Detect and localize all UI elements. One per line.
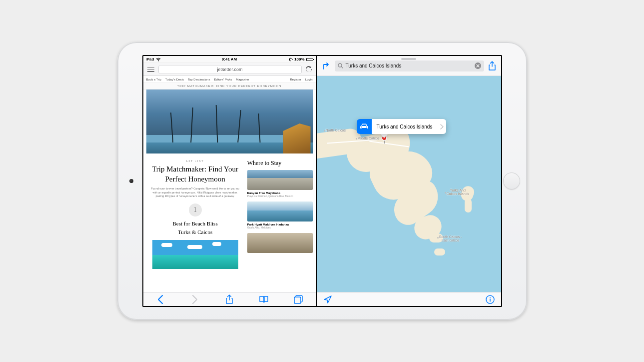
map-canvas[interactable]: North Caicos Middle Caicos Turks And Cai… xyxy=(317,76,501,292)
svg-rect-1 xyxy=(294,297,301,304)
page-content[interactable]: HIT LIST Trip Matchmaker: Find Your Perf… xyxy=(143,90,316,292)
maps-pane: Turks and Caicos Islands xyxy=(317,56,501,306)
maps-share-button[interactable] xyxy=(488,61,496,71)
safari-toolbar xyxy=(143,292,316,306)
map-pin-stem xyxy=(384,140,385,144)
article-lede: Found your forever travel partner? Congr… xyxy=(150,187,240,198)
screen: iPad 9:41 AM 100% jetsetter.com xyxy=(142,55,502,307)
hotel-image xyxy=(247,170,313,190)
slide-over-grabber[interactable] xyxy=(401,58,416,60)
hotel-card[interactable] xyxy=(247,233,313,253)
safari-pane: iPad 9:41 AM 100% jetsetter.com xyxy=(143,56,316,306)
svg-point-4 xyxy=(490,297,491,298)
hit-list-label: HIT LIST xyxy=(146,160,244,162)
safari-address-bar: jetsetter.com xyxy=(143,63,316,76)
svg-point-2 xyxy=(338,64,342,67)
hotel-image xyxy=(247,202,313,222)
car-icon xyxy=(357,119,372,134)
hotel-location: Gaafu Alifu, Maldives xyxy=(247,226,313,229)
hotel-image xyxy=(247,233,313,253)
reload-button[interactable] xyxy=(305,66,313,74)
nav-login[interactable]: Login xyxy=(305,78,313,81)
hero-image xyxy=(146,90,313,154)
front-camera xyxy=(129,179,133,183)
search-value: Turks and Caicos Islands xyxy=(346,63,402,68)
sidebar-heading: Where to Stay xyxy=(247,160,313,167)
svg-rect-5 xyxy=(490,298,491,302)
hotel-card[interactable]: Banyan Tree Mayakoba Playa del Carmen, Q… xyxy=(247,170,313,198)
url-field[interactable]: jetsetter.com xyxy=(158,65,302,74)
nav-register[interactable]: Register xyxy=(290,78,301,81)
clock: 9:41 AM xyxy=(222,57,237,62)
home-button[interactable] xyxy=(503,172,520,190)
map-label-south-caicos: South Caicos - East caicos xyxy=(439,235,462,242)
status-bar: iPad 9:41 AM 100% xyxy=(143,56,316,63)
hotel-card[interactable]: Park Hyatt Maldives Hadahaa Gaafu Alifu,… xyxy=(247,202,313,229)
sidebar-menu-button[interactable] xyxy=(146,66,155,73)
article-main: HIT LIST Trip Matchmaker: Find Your Perf… xyxy=(146,160,244,269)
battery-percent: 100% xyxy=(294,57,304,62)
chevron-right-icon xyxy=(437,119,446,134)
entry-image xyxy=(152,240,238,269)
battery-icon xyxy=(306,58,313,61)
carrier-label: iPad xyxy=(146,57,154,62)
locate-me-button[interactable] xyxy=(323,294,333,304)
bookmarks-button[interactable] xyxy=(259,294,269,304)
maps-search-field[interactable]: Turks and Caicos Islands xyxy=(335,60,484,72)
directions-button[interactable] xyxy=(322,62,331,70)
share-button[interactable] xyxy=(224,294,234,304)
where-to-stay-sidebar: Where to Stay Banyan Tree Mayakoba Playa… xyxy=(247,160,313,269)
place-callout[interactable]: Turks and Caicos Islands xyxy=(357,119,447,134)
hotel-location: Playa del Carmen, Quintana Roo, Mexico xyxy=(247,194,313,198)
ipad-device-frame: iPad 9:41 AM 100% jetsetter.com xyxy=(117,42,527,320)
callout-title: Turks and Caicos Islands xyxy=(372,119,438,134)
map-info-button[interactable] xyxy=(485,294,495,304)
map-label-north-caicos: North Caicos xyxy=(326,128,346,132)
maps-toolbar-bottom xyxy=(317,292,501,306)
wifi-icon xyxy=(156,58,161,62)
search-icon xyxy=(338,63,343,68)
nav-book-trip[interactable]: Book a Trip xyxy=(146,78,161,81)
list-number-badge: 1 xyxy=(189,204,202,216)
nav-todays-deals[interactable]: Today's Deals xyxy=(165,78,184,81)
article-headline: Trip Matchmaker: Find Your Perfect Honey… xyxy=(146,164,244,184)
map-label-turks-and-caicos: Turks And Caicos Islands xyxy=(447,188,470,196)
maps-toolbar-top: Turks and Caicos Islands xyxy=(317,56,501,76)
promo-banner[interactable]: TRIP MATCHMAKER: FIND YOUR PERFECT HONEY… xyxy=(143,83,316,90)
forward-button[interactable] xyxy=(190,294,200,304)
orientation-lock-icon xyxy=(289,58,293,62)
tabs-button[interactable] xyxy=(293,294,303,304)
nav-magazine[interactable]: Magazine xyxy=(236,78,249,81)
nav-top-destinations[interactable]: Top Destinations xyxy=(188,78,210,81)
nav-editors-picks[interactable]: Editors' Picks xyxy=(214,78,232,81)
clear-search-button[interactable] xyxy=(475,62,481,69)
website-nav: Book a Trip Today's Deals Top Destinatio… xyxy=(143,76,316,83)
entry-title: Best for Beach Bliss Turks & Caicos xyxy=(146,220,244,236)
map-label-middle-caicos: Middle Caicos xyxy=(358,136,380,140)
back-button[interactable] xyxy=(155,294,165,304)
